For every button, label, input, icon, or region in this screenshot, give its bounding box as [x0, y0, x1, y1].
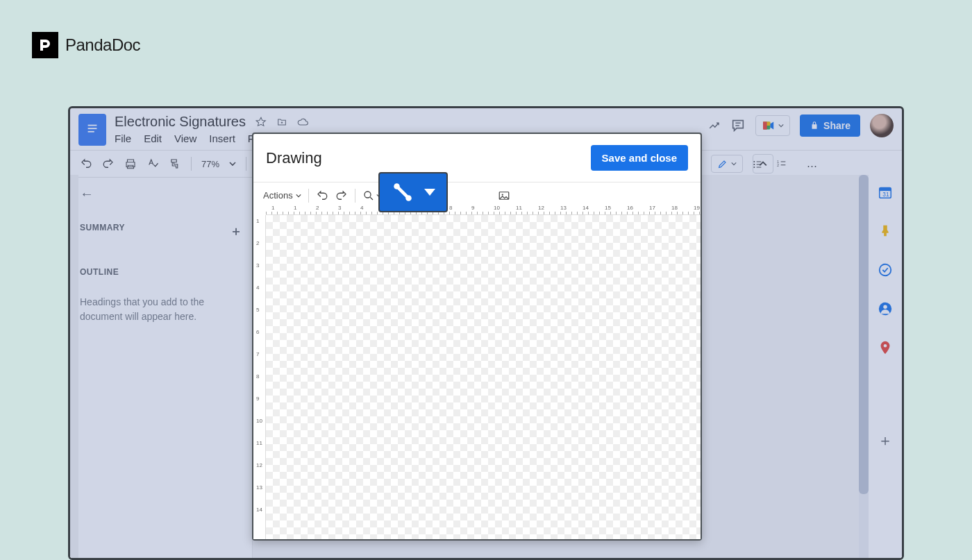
- move-to-folder-icon[interactable]: [276, 117, 287, 128]
- svg-line-26: [370, 197, 373, 200]
- add-sidepanel-button[interactable]: ＋: [878, 430, 893, 451]
- svg-point-21: [880, 264, 891, 276]
- svg-point-23: [883, 305, 887, 309]
- tasks-icon[interactable]: [878, 262, 893, 278]
- svg-rect-19: [880, 188, 891, 192]
- svg-text:31: 31: [882, 192, 889, 198]
- svg-point-24: [884, 344, 887, 348]
- zoom-level[interactable]: 77%: [201, 159, 219, 169]
- contacts-icon[interactable]: [878, 301, 893, 316]
- chevron-down-icon[interactable]: [229, 160, 236, 167]
- bulleted-list-icon[interactable]: [752, 159, 763, 170]
- svg-point-8: [753, 161, 755, 162]
- svg-point-10: [753, 167, 755, 168]
- menu-edit[interactable]: Edit: [144, 133, 162, 144]
- svg-rect-0: [88, 125, 97, 126]
- line-tool-callout[interactable]: [378, 172, 448, 212]
- menu-insert[interactable]: Insert: [209, 133, 235, 144]
- outline-sidebar: ← SUMMARY ＋ OUTLINE Headings that you ad…: [70, 175, 252, 558]
- maps-icon[interactable]: [878, 340, 893, 355]
- svg-rect-1: [88, 128, 97, 129]
- svg-rect-7: [763, 121, 767, 129]
- svg-text:2: 2: [777, 164, 779, 167]
- account-avatar[interactable]: [870, 114, 894, 137]
- svg-point-9: [753, 164, 755, 165]
- toolbar-separator: [355, 189, 355, 203]
- print-icon[interactable]: [124, 158, 137, 170]
- line-tool-icon: [391, 180, 414, 204]
- toolbar-separator: [191, 157, 192, 171]
- activity-icon[interactable]: [708, 119, 721, 132]
- keep-icon[interactable]: [878, 223, 893, 239]
- undo-icon[interactable]: [80, 158, 92, 170]
- drawing-dialog: Drawing Save and close Actions: [252, 133, 702, 541]
- dialog-title: Drawing: [266, 149, 322, 167]
- editing-mode-dropdown[interactable]: [711, 155, 743, 173]
- redo-icon[interactable]: [102, 158, 115, 170]
- calendar-icon[interactable]: 31: [878, 185, 893, 200]
- svg-line-29: [399, 188, 408, 197]
- cloud-saved-icon[interactable]: [297, 117, 308, 128]
- more-tools-icon[interactable]: ⋯: [807, 160, 817, 172]
- outline-heading: OUTLINE: [80, 267, 242, 277]
- vertical-scrollbar[interactable]: [859, 175, 869, 558]
- save-and-close-button[interactable]: Save and close: [591, 145, 688, 171]
- share-button[interactable]: Share: [800, 114, 860, 137]
- chevron-down-icon: [424, 189, 435, 196]
- summary-heading: SUMMARY: [80, 223, 125, 239]
- spellcheck-icon[interactable]: [146, 158, 159, 170]
- undo-icon[interactable]: [316, 189, 328, 202]
- numbered-list-icon[interactable]: 12: [776, 159, 787, 170]
- svg-point-25: [364, 192, 371, 198]
- present-meet-button[interactable]: [755, 115, 790, 136]
- outline-empty-hint: Headings that you add to the document wi…: [80, 295, 219, 324]
- redo-icon[interactable]: [335, 189, 348, 202]
- toolbar-separator: [308, 189, 309, 203]
- add-summary-button[interactable]: ＋: [230, 223, 243, 239]
- drawing-canvas[interactable]: [266, 215, 701, 539]
- actions-menu[interactable]: Actions: [263, 190, 301, 201]
- close-outline-button[interactable]: ←: [80, 186, 242, 202]
- side-panel: 31 ＋: [869, 175, 902, 558]
- toolbar-separator: [246, 157, 246, 171]
- brand-name: PandaDoc: [65, 35, 140, 55]
- document-vertical-ruler: [70, 175, 78, 558]
- vertical-ruler: 1234567891011121314: [253, 215, 266, 539]
- star-icon[interactable]: [255, 117, 267, 128]
- scrollbar-thumb[interactable]: [859, 175, 869, 494]
- document-title[interactable]: Electronic Signatures: [115, 114, 246, 130]
- paint-format-icon[interactable]: [169, 158, 181, 170]
- pandadoc-logo-icon: [32, 32, 58, 58]
- brand-lockup: PandaDoc: [32, 32, 140, 58]
- image-tool-icon[interactable]: [498, 189, 510, 202]
- svg-point-31: [501, 194, 503, 195]
- horizontal-ruler: 112345678910111213141516171819: [266, 203, 701, 215]
- svg-rect-2: [88, 131, 94, 133]
- docs-window: Electronic Signatures File Edit View Ins…: [68, 106, 904, 560]
- comment-history-icon[interactable]: [730, 118, 746, 133]
- menu-file[interactable]: File: [115, 133, 131, 144]
- google-docs-icon[interactable]: [78, 114, 106, 146]
- menu-view[interactable]: View: [174, 133, 196, 144]
- share-button-label: Share: [823, 120, 850, 131]
